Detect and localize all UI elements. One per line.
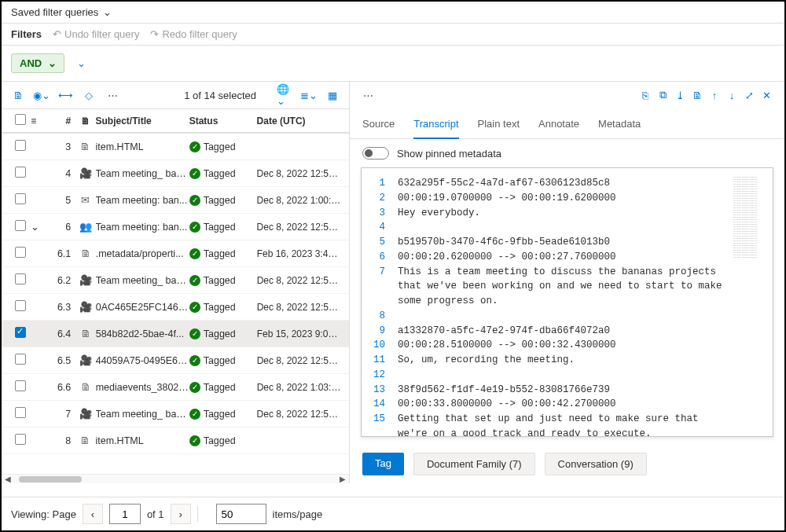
tab-transcript[interactable]: Transcript [413, 112, 458, 139]
line-text [398, 368, 725, 383]
line-number: 1 [369, 176, 398, 191]
row-checkbox[interactable] [15, 167, 26, 178]
down-arrow-icon[interactable]: ↓ [723, 86, 740, 104]
pinned-metadata-toggle[interactable] [362, 147, 389, 160]
table-row[interactable]: 6.5🎥44059A75-0495E62...✓TaggedDec 8, 202… [2, 347, 349, 374]
fit-icon[interactable]: ⟷ [57, 86, 74, 104]
row-checkbox[interactable] [15, 354, 26, 365]
table-row[interactable]: 4🎥Team meeting_ ban...✓TaggedDec 8, 2022… [2, 160, 349, 187]
table-row[interactable]: 6.2🎥Team meeting_ ban...✓TaggedDec 8, 20… [2, 267, 349, 294]
kind-icon: 🗎 [75, 248, 95, 259]
export-icon[interactable]: 🗎 [689, 86, 706, 104]
line-text: 00:00:19.0700000 --> 00:00:19.6200000 [398, 191, 725, 206]
row-checkbox[interactable] [15, 300, 26, 311]
tag-button[interactable]: Tag [362, 453, 404, 475]
row-date: Feb 16, 2023 3:49:5... [257, 248, 341, 259]
download-icon[interactable]: ⤓ [671, 86, 689, 104]
up-arrow-icon[interactable]: ↑ [706, 86, 723, 104]
tab-source[interactable]: Source [362, 112, 395, 138]
minimap[interactable]: — —— ——— —— —— —— ——— —— —— —— ——— —— ——… [733, 176, 768, 259]
line-text: b519570b-3470-4f6c-9fbb-5eade61013b0 [398, 235, 725, 250]
more-icon[interactable]: ⋯ [104, 86, 121, 104]
tag-clear-icon[interactable]: ◇ [80, 86, 97, 104]
bottom-actions: Tag Document Family (7) Conversation (9) [350, 445, 784, 483]
saved-filter-queries-dropdown[interactable]: Saved filter queries ⌄ [11, 6, 111, 18]
table-row[interactable]: ⌄6👥Team meeting: ban...✓TaggedDec 8, 202… [2, 214, 349, 240]
row-index: 6.1 [48, 248, 76, 259]
grid-view-icon[interactable]: ▦ [324, 86, 341, 104]
row-date: Feb 15, 2023 9:07:0... [257, 328, 341, 339]
results-list: 3🗎item.HTML✓Tagged4🎥Team meeting_ ban...… [2, 134, 349, 474]
row-date: Dec 8, 2022 12:59:2... [257, 275, 341, 286]
line-text [398, 309, 725, 324]
tab-annotate[interactable]: Annotate [538, 112, 579, 138]
of-label: of 1 [147, 508, 164, 520]
table-row[interactable]: 5✉Team meeting: ban...✓TaggedDec 8, 2022… [2, 187, 349, 214]
page-input[interactable] [109, 504, 141, 524]
undo-filter-button[interactable]: ↶ Undo filter query [53, 28, 139, 40]
row-checkbox[interactable] [15, 220, 26, 231]
chevron-down-icon: ⌄ [48, 57, 56, 69]
table-row[interactable]: 3🗎item.HTML✓Tagged [2, 134, 349, 160]
items-per-page-select[interactable] [216, 504, 266, 524]
row-checkbox[interactable] [15, 247, 26, 258]
row-checkbox[interactable] [15, 273, 26, 284]
tab-plain-text[interactable]: Plain text [478, 112, 520, 138]
table-row[interactable]: 7🎥Team meeting_ ban...✓TaggedDec 8, 2022… [2, 401, 349, 427]
line-text: 00:00:28.5100000 --> 00:00:32.4300000 [398, 338, 725, 353]
close-icon[interactable]: ✕ [758, 86, 775, 104]
row-title: Team meeting: ban... [96, 195, 189, 206]
horizontal-scrollbar[interactable]: ◀ ▶ [2, 474, 349, 483]
col-index[interactable]: # [48, 116, 75, 127]
document-icon[interactable]: 🗎 [9, 86, 27, 104]
and-operator-pill[interactable]: AND ⌄ [11, 53, 64, 73]
copy-icon[interactable]: ⧉ [654, 86, 671, 104]
row-status: ✓Tagged [189, 195, 257, 206]
row-status: ✓Tagged [189, 222, 257, 233]
conversation-button[interactable]: Conversation (9) [545, 453, 647, 475]
tab-metadata[interactable]: Metadata [598, 112, 641, 138]
row-checkbox[interactable] [15, 434, 26, 445]
expand-icon[interactable]: ⤢ [740, 86, 758, 104]
select-all-checkbox[interactable] [15, 114, 26, 125]
table-row[interactable]: 6.4🗎584b82d2-5bae-4f...✓TaggedFeb 15, 20… [2, 321, 349, 347]
table-row[interactable]: 8🗎item.HTML✓Tagged [2, 427, 349, 454]
document-family-button[interactable]: Document Family (7) [413, 453, 535, 475]
row-checkbox[interactable] [15, 193, 26, 204]
list-view-icon[interactable]: ≣⌄ [300, 86, 318, 104]
subgroup-dropdown[interactable]: ⌄ [72, 55, 90, 72]
kind-icon: 🗎 [75, 381, 95, 393]
prev-page-button[interactable]: ‹ [83, 504, 103, 524]
row-status: ✓Tagged [189, 435, 257, 446]
col-status[interactable]: Status [189, 116, 257, 127]
row-title: Team meeting: ban... [96, 222, 189, 233]
table-row[interactable]: 6.3🎥0AC465E25FC146E...✓TaggedDec 8, 2022… [2, 294, 349, 321]
table-row[interactable]: 6.6🗎mediaevents_3802-...✓TaggedDec 8, 20… [2, 374, 349, 401]
query-builder: AND ⌄ ⌄ [2, 46, 784, 81]
transcript-content[interactable]: 1632a295f-55c2-4a7d-af67-6306123d85c8200… [362, 168, 773, 437]
expand-toggle[interactable]: ⌄ [31, 221, 47, 233]
col-subject[interactable]: Subject/Title [96, 116, 189, 127]
filters-label: Filters [11, 28, 42, 40]
row-checkbox[interactable] [15, 380, 26, 391]
line-text: 00:00:33.8000000 --> 00:00:42.2700000 [398, 397, 725, 412]
selection-count: 1 of 14 selected [184, 90, 256, 101]
next-page-button[interactable]: › [171, 504, 191, 524]
table-row[interactable]: 6.1🗎.metadata/properti...✓TaggedFeb 16, … [2, 240, 349, 267]
row-checkbox[interactable] [15, 140, 26, 151]
row-checkbox[interactable] [15, 407, 26, 418]
globe-icon[interactable]: 🌐⌄ [277, 86, 294, 104]
row-index: 6.6 [48, 382, 76, 393]
undo-label: Undo filter query [64, 28, 139, 40]
redo-filter-button[interactable]: ↷ Redo filter query [150, 28, 237, 40]
kind-icon: 🗎 [75, 328, 95, 339]
row-checkbox[interactable] [15, 327, 26, 338]
open-external-icon[interactable]: ⎘ [637, 86, 654, 104]
saved-queries-label: Saved filter queries [11, 6, 98, 18]
more-icon[interactable]: ⋯ [359, 86, 376, 104]
row-index: 5 [48, 195, 75, 206]
row-date: Dec 8, 2022 12:59:2... [257, 222, 341, 233]
col-date[interactable]: Date (UTC) [257, 116, 341, 127]
redo-label: Redo filter query [162, 28, 237, 40]
globe-action-icon[interactable]: ◉⌄ [33, 86, 50, 104]
